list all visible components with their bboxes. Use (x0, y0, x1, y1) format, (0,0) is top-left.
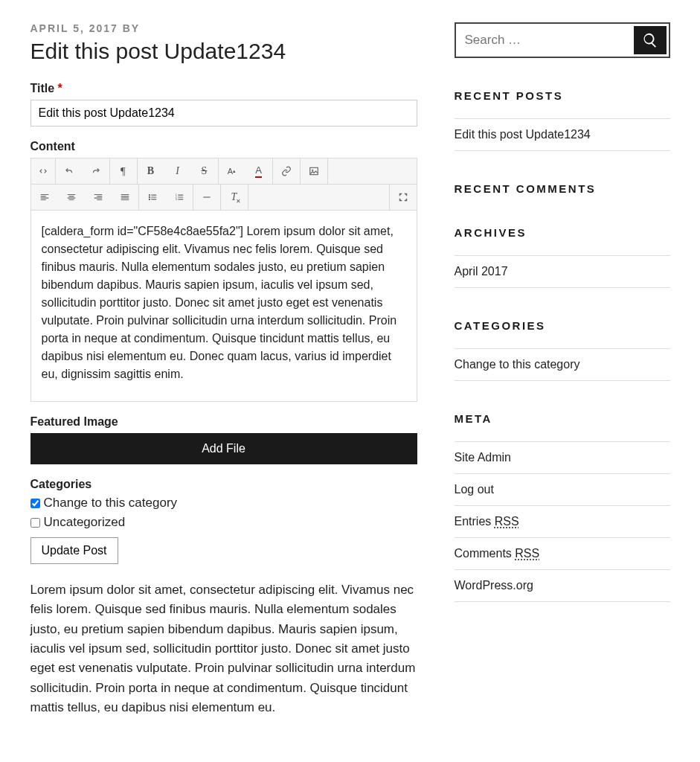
categories-label: Categories (30, 478, 417, 491)
category-item: Change to this category (30, 496, 417, 510)
meta-widget: META Site Admin Log out Entries RSS Comm… (455, 412, 670, 602)
title-label: Title * (30, 82, 417, 95)
widget-title: CATEGORIES (455, 319, 670, 332)
widget-item[interactable]: April 2017 (455, 255, 670, 288)
align-justify-icon[interactable] (112, 185, 138, 210)
widget-title: RECENT COMMENTS (455, 182, 670, 195)
search-input[interactable] (456, 24, 632, 57)
redo-icon[interactable] (83, 159, 109, 184)
svg-point-4 (149, 199, 150, 199)
title-field-group: Title * (30, 82, 417, 127)
widget-item[interactable]: Site Admin (455, 441, 670, 473)
font-size-icon[interactable]: A▴ (219, 159, 245, 184)
paragraph-format-icon[interactable]: ¶ (110, 159, 137, 184)
clear-format-icon[interactable]: T✕ (221, 185, 248, 210)
update-post-button[interactable]: Update Post (30, 537, 118, 564)
ordered-list-icon[interactable]: 123 (166, 185, 193, 210)
recent-comments-widget: RECENT COMMENTS (455, 182, 670, 195)
post-date: APRIL 5, 2017 (30, 22, 118, 34)
svg-point-1 (312, 170, 313, 171)
widget-item[interactable]: Comments RSS (455, 537, 670, 569)
main-content: APRIL 5, 2017 BY Edit this post Update12… (30, 22, 417, 717)
category-checkbox[interactable] (30, 518, 40, 528)
post-meta: APRIL 5, 2017 BY (30, 22, 417, 34)
align-right-icon[interactable] (85, 185, 112, 210)
unordered-list-icon[interactable] (139, 185, 166, 210)
category-label: Change to this category (44, 496, 178, 510)
title-input[interactable] (30, 100, 417, 127)
recent-posts-widget: RECENT POSTS Edit this post Update1234 (455, 89, 670, 151)
categories-widget: CATEGORIES Change to this category (455, 319, 670, 381)
search-button[interactable] (634, 26, 667, 54)
italic-icon[interactable]: I (164, 159, 191, 184)
widget-title: ARCHIVES (455, 226, 670, 239)
align-center-icon[interactable] (58, 185, 85, 210)
featured-image-label: Featured Image (30, 415, 417, 429)
featured-image-group: Featured Image Add File (30, 415, 417, 464)
svg-point-3 (149, 196, 150, 197)
code-view-icon[interactable] (31, 159, 55, 184)
svg-point-2 (149, 195, 150, 196)
post-by-label: BY (123, 22, 140, 34)
editor-toolbar-row-1: ¶ B I S A▴ A (31, 159, 417, 185)
category-item: Uncategorized (30, 515, 417, 530)
widget-item[interactable]: Change to this category (455, 348, 670, 381)
text-color-icon[interactable]: A (245, 159, 272, 184)
rich-text-editor: ¶ B I S A▴ A (30, 158, 417, 402)
content-label: Content (30, 140, 417, 153)
page-title: Edit this post Update1234 (30, 39, 417, 64)
sidebar: RECENT POSTS Edit this post Update1234 R… (455, 22, 670, 717)
widget-item[interactable]: Edit this post Update1234 (455, 118, 670, 151)
align-left-icon[interactable] (31, 185, 58, 210)
content-field-group: Content ¶ B I S (30, 140, 417, 402)
fullscreen-icon[interactable] (390, 185, 417, 210)
horizontal-rule-icon[interactable] (193, 185, 220, 210)
widget-title: RECENT POSTS (455, 89, 670, 102)
widget-title: META (455, 412, 670, 425)
editor-textarea[interactable]: [caldera_form id="CF58e4c8ae55fa2"] Lore… (31, 211, 417, 401)
widget-item[interactable]: Entries RSS (455, 505, 670, 537)
widget-item[interactable]: Log out (455, 473, 670, 505)
link-icon[interactable] (273, 159, 300, 184)
required-marker: * (58, 82, 62, 95)
widget-item[interactable]: WordPress.org (455, 569, 670, 602)
archives-widget: ARCHIVES April 2017 (455, 226, 670, 288)
svg-text:3: 3 (175, 198, 176, 201)
category-label: Uncategorized (44, 515, 126, 530)
categories-group: Categories Change to this category Uncat… (30, 478, 417, 564)
search-form (455, 22, 670, 58)
add-file-button[interactable]: Add File (30, 433, 417, 464)
strikethrough-icon[interactable]: S (191, 159, 218, 184)
category-checkbox[interactable] (30, 499, 40, 508)
post-body-text: Lorem ipsum dolor sit amet, consectetur … (30, 580, 417, 717)
bold-icon[interactable]: B (138, 159, 164, 184)
undo-icon[interactable] (56, 159, 83, 184)
search-icon (642, 32, 658, 48)
image-icon[interactable] (301, 159, 327, 184)
editor-toolbar-row-2: 123 T✕ (31, 185, 417, 211)
